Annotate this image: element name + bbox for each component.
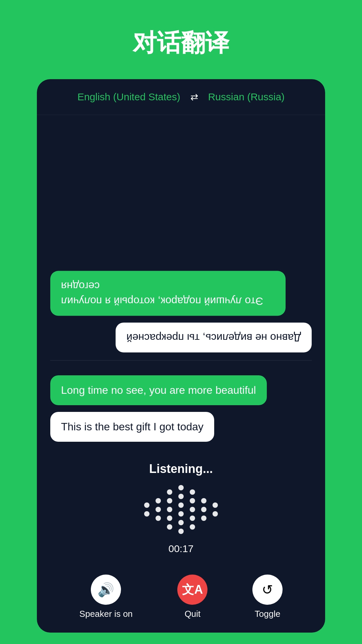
list-item: Это лучший подарок, который я получил се… (50, 271, 286, 316)
wave-dot (144, 511, 149, 517)
bottom-controls: 🔊 Speaker is on 文A Quit ↺ Toggle (37, 565, 325, 633)
list-item: Long time no see, you are more beautiful (50, 375, 267, 405)
recording-timer: 00:17 (168, 543, 193, 554)
wave-dot (213, 502, 218, 508)
wave-col (167, 489, 172, 530)
wave-dot (190, 498, 195, 503)
wave-dot (156, 498, 161, 503)
wave-dot (167, 516, 172, 521)
wave-dot (213, 511, 218, 517)
wave-col (201, 498, 206, 521)
wave-dot (156, 507, 161, 512)
speaker-label: Speaker is on (79, 609, 133, 619)
toggle-label: Toggle (255, 609, 281, 619)
wave-dot (201, 516, 206, 521)
target-language[interactable]: Russian (Russia) (208, 91, 285, 103)
wave-dot (178, 494, 184, 499)
source-language[interactable]: English (United States) (77, 91, 180, 103)
wave-col (144, 502, 149, 517)
wave-dot (178, 511, 184, 517)
list-item: Давно не виделись, ты прекрасней (116, 323, 312, 353)
wave-col (213, 502, 218, 517)
wave-dot (156, 516, 161, 521)
translate-icon: 文A (182, 582, 203, 598)
speaker-icon: 🔊 (98, 582, 114, 598)
quit-button[interactable]: 文A (177, 575, 207, 605)
quit-label: Quit (185, 609, 201, 619)
wave-dot (167, 489, 172, 495)
wave-dot (167, 498, 172, 503)
wave-dot (144, 502, 149, 508)
speaker-control[interactable]: 🔊 Speaker is on (79, 575, 133, 619)
wave-dot (190, 524, 195, 530)
listening-status: Listening... (149, 462, 213, 476)
speaker-button[interactable]: 🔊 (91, 575, 121, 605)
wave-dot (190, 489, 195, 495)
listening-area: Listening... (37, 452, 325, 565)
toggle-button[interactable]: ↺ (252, 575, 283, 605)
wave-dot (178, 520, 184, 525)
wave-dot (167, 524, 172, 530)
toggle-icon: ↺ (262, 582, 273, 597)
wave-col (156, 498, 161, 521)
language-bar: English (United States) ⇄ Russian (Russi… (37, 79, 325, 115)
list-item: This is the best gift I got today (50, 412, 214, 442)
wave-dot (178, 485, 184, 490)
wave-dot (190, 516, 195, 521)
wave-dot (201, 507, 206, 512)
wave-dot (190, 507, 195, 512)
chat-area: Это лучший подарок, который я получил се… (37, 115, 325, 452)
wave-col (190, 489, 195, 530)
wave-dot (178, 529, 184, 534)
page-title: 对话翻译 (133, 27, 229, 59)
waveform-visualization (144, 483, 218, 536)
lower-chat: Long time no see, you are more beautiful… (50, 367, 312, 442)
wave-dot (178, 502, 184, 508)
upper-chat: Это лучший подарок, который я получил се… (50, 125, 312, 361)
wave-dot (201, 498, 206, 503)
wave-dot (167, 507, 172, 512)
wave-col (178, 485, 184, 534)
quit-control[interactable]: 文A Quit (177, 575, 207, 619)
toggle-control[interactable]: ↺ Toggle (252, 575, 283, 619)
swap-languages-icon[interactable]: ⇄ (190, 92, 198, 103)
main-card: English (United States) ⇄ Russian (Russi… (37, 79, 325, 633)
